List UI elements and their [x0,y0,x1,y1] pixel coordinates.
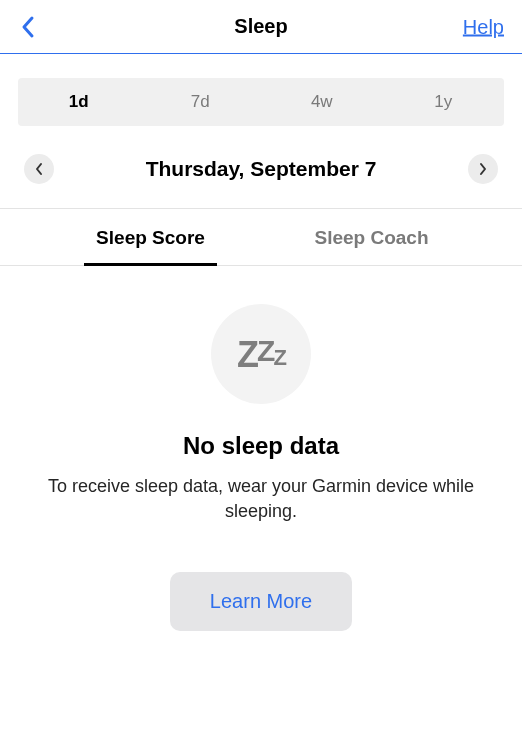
help-link[interactable]: Help [463,15,504,38]
next-day-button[interactable] [468,154,498,184]
learn-more-button[interactable]: Learn More [170,572,352,631]
time-range-segmented: 1d 7d 4w 1y [18,78,504,126]
date-navigator: Thursday, September 7 [0,154,522,209]
empty-state: ZZZ No sleep data To receive sleep data,… [0,266,522,748]
chevron-right-icon [478,162,488,176]
range-1d[interactable]: 1d [18,92,140,112]
range-4w[interactable]: 4w [261,92,383,112]
tab-sleep-coach[interactable]: Sleep Coach [261,209,482,265]
page-title: Sleep [234,15,287,38]
empty-state-body: To receive sleep data, wear your Garmin … [0,474,522,524]
sleep-icon-circle: ZZZ [211,304,311,404]
sleep-zzz-icon: ZZZ [237,336,285,373]
previous-day-button[interactable] [24,154,54,184]
chevron-left-icon [34,162,44,176]
section-tabs: Sleep Score Sleep Coach [0,209,522,266]
chevron-left-icon [20,15,36,39]
range-7d[interactable]: 7d [140,92,262,112]
current-date: Thursday, September 7 [146,157,377,181]
empty-state-title: No sleep data [183,432,339,460]
range-1y[interactable]: 1y [383,92,505,112]
tab-sleep-score[interactable]: Sleep Score [40,209,261,265]
back-button[interactable] [10,9,46,45]
app-header: Sleep Help [0,0,522,54]
